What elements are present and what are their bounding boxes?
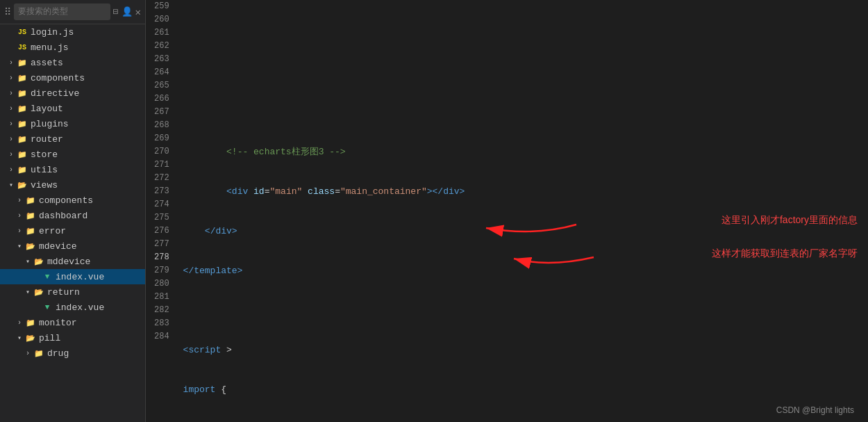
sidebar-item-error[interactable]: 📁 error [0, 223, 145, 238]
folder-icon: 📁 [33, 348, 44, 359]
code-line-264: </div> [183, 225, 868, 238]
sidebar-item-utils[interactable]: 📁 utils [0, 162, 145, 177]
sidebar-item-router[interactable]: 📁 router [0, 131, 145, 147]
sidebar-item-views[interactable]: 📂 views [0, 177, 145, 193]
chevron-icon [14, 241, 25, 252]
sidebar-item-index-vue-1[interactable]: ▼ index.vue [0, 269, 145, 284]
sidebar-item-label: dashboard [39, 211, 87, 221]
sidebar-item-components[interactable]: 📁 components [0, 70, 145, 86]
vue-file-icon: ▼ [42, 271, 53, 282]
close-icon[interactable]: ✕ [135, 6, 141, 18]
chevron-icon [6, 164, 17, 175]
sidebar-item-dashboard[interactable]: 📁 dashboard [0, 208, 145, 223]
folder-icon: 📁 [17, 118, 28, 129]
file-explorer: ⠿ ⊟ 👤 ✕ JS login.js JS menu.js 📁 assets … [0, 0, 146, 422]
code-editor: 259 260 261 262 263 264 265 266 267 268 … [146, 0, 868, 422]
sidebar-item-label: components [39, 195, 93, 206]
chevron-icon [6, 72, 17, 83]
code-line [183, 106, 868, 119]
sidebar-item-label: components [31, 73, 85, 83]
sidebar-item[interactable]: JS login.js [0, 24, 145, 40]
chevron-icon [14, 210, 25, 221]
sidebar-item-layout[interactable]: 📁 layout [0, 101, 145, 116]
code-line [183, 66, 868, 79]
folder-icon: 📁 [17, 103, 28, 114]
sidebar-item-label: error [39, 226, 66, 236]
folder-icon: 📂 [25, 241, 36, 252]
js-file-icon: JS [17, 42, 28, 53]
sidebar-item-label: mddevice [47, 257, 90, 267]
folder-icon: 📁 [17, 133, 28, 145]
chevron-icon [22, 286, 33, 298]
sidebar-item-drug[interactable]: 📁 drug [0, 346, 145, 361]
sidebar-item-label: layout [31, 104, 63, 114]
sidebar-item-label: store [31, 149, 58, 160]
chevron-icon [14, 317, 25, 328]
code-line [183, 26, 868, 40]
chevron-icon [6, 133, 17, 145]
sidebar-item-label: index.vue [56, 302, 104, 313]
chevron-icon [6, 88, 17, 99]
search-input[interactable] [18, 7, 106, 17]
sidebar-item-label: views [31, 180, 58, 190]
folder-icon: 📁 [17, 72, 28, 83]
sidebar-item-label: assets [31, 58, 63, 68]
folder-icon: 📁 [17, 88, 28, 99]
code-line-266 [183, 304, 868, 317]
sidebar-item-label: router [31, 134, 63, 145]
code-line-262: <!-- echarts柱形图3 --> [183, 145, 868, 159]
folder-icon: 📁 [17, 57, 28, 68]
sidebar-item-label: index.vue [56, 272, 104, 282]
chevron-icon [22, 256, 33, 267]
sidebar-item-label: monitor [39, 318, 77, 328]
js-file-icon: JS [17, 26, 28, 38]
sidebar-item-assets[interactable]: 📁 assets [0, 55, 145, 70]
folder-icon: 📂 [33, 256, 44, 267]
folder-icon: 📂 [33, 286, 44, 298]
sidebar-item-pill[interactable]: 📂 pill [0, 330, 145, 346]
search-input-wrap[interactable] [14, 3, 110, 20]
sidebar-search-bar: ⠿ ⊟ 👤 ✕ [0, 0, 145, 24]
chevron-icon [6, 103, 17, 114]
chevron-icon [6, 149, 17, 160]
sidebar-item-index-vue-2[interactable]: ▼ index.vue [0, 300, 145, 315]
folder-icon: 📁 [25, 195, 36, 206]
folder-icon: 📂 [17, 179, 28, 190]
sidebar-item[interactable]: JS menu.js [0, 40, 145, 55]
chevron-icon [14, 332, 25, 343]
code-line-263: <div id="main" class="main_container"></… [183, 185, 868, 198]
sidebar-item-label: directive [31, 88, 79, 99]
sidebar-item-label: login.js [31, 27, 74, 38]
folder-icon: 📂 [25, 332, 36, 343]
chevron-icon [22, 348, 33, 359]
sidebar-item-label: return [47, 287, 80, 298]
chevron-icon [6, 118, 17, 129]
folder-icon: 📁 [25, 225, 36, 236]
folder-icon: 📁 [25, 317, 36, 328]
sidebar-item-monitor[interactable]: 📁 monitor [0, 315, 145, 330]
sidebar-item-directive[interactable]: 📁 directive [0, 86, 145, 101]
sidebar-item-mdevice-mdevice[interactable]: 📂 mddevice [0, 254, 145, 269]
sidebar-item-mdevice[interactable]: 📂 mdevice [0, 238, 145, 254]
sidebar-item-label: drug [47, 348, 69, 359]
sidebar-item-store[interactable]: 📁 store [0, 147, 145, 162]
vue-file-icon: ▼ [42, 302, 53, 313]
code-content[interactable]: <!-- echarts柱形图3 --> <div id="main" clas… [178, 0, 868, 422]
code-line-267: <script > [183, 343, 868, 357]
menu-dots-icon[interactable]: ⠿ [4, 6, 11, 18]
code-line-268: import { [183, 383, 868, 396]
sidebar-item-label: mdevice [39, 241, 77, 252]
sidebar-item-label: pill [39, 333, 60, 343]
sidebar-item-plugins[interactable]: 📁 plugins [0, 116, 145, 131]
folder-icon: 📁 [17, 164, 28, 175]
code-line-265: </template> [183, 264, 868, 277]
folder-icon: 📁 [17, 149, 28, 160]
line-numbers: 259 260 261 262 263 264 265 266 267 268 … [146, 0, 178, 422]
chevron-icon [6, 179, 17, 190]
sidebar-item-views-components[interactable]: 📁 components [0, 193, 145, 208]
code-container[interactable]: 259 260 261 262 263 264 265 266 267 268 … [146, 0, 868, 422]
sidebar-item-return[interactable]: 📂 return [0, 284, 145, 300]
user-icon[interactable]: 👤 [122, 6, 133, 17]
filter-icon[interactable]: ⊟ [113, 6, 119, 17]
chevron-icon [14, 195, 25, 206]
